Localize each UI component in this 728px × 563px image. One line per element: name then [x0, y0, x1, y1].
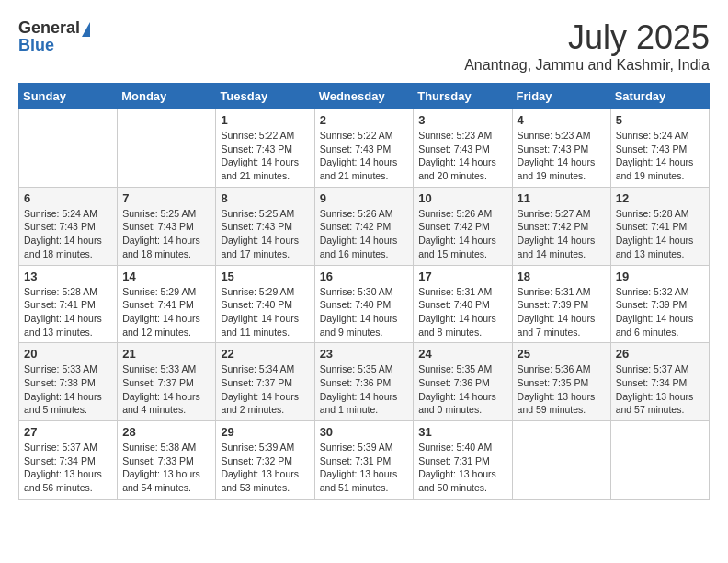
cell-content: Sunset: 7:39 PM: [518, 298, 606, 312]
cell-content: Sunset: 7:32 PM: [221, 454, 309, 468]
location-title: Anantnag, Jammu and Kashmir, India: [464, 57, 710, 74]
day-number: 14: [122, 270, 210, 283]
calendar-table: SundayMondayTuesdayWednesdayThursdayFrid…: [18, 83, 710, 500]
cell-content: Sunrise: 5:26 AM: [418, 207, 506, 221]
calendar-cell: 20Sunrise: 5:33 AMSunset: 7:38 PMDayligh…: [19, 343, 118, 421]
cell-content: Sunrise: 5:39 AM: [221, 441, 309, 454]
cell-content: Sunrise: 5:34 AM: [221, 362, 309, 376]
cell-content: Sunrise: 5:29 AM: [221, 285, 309, 299]
title-block: July 2025 Anantnag, Jammu and Kashmir, I…: [464, 18, 710, 74]
cell-content: Sunset: 7:39 PM: [616, 298, 704, 312]
day-number: 16: [320, 270, 409, 283]
cell-content: Daylight: 14 hours and 12 minutes.: [122, 312, 210, 339]
calendar-cell: [610, 421, 709, 500]
cell-content: Daylight: 14 hours and 21 minutes.: [320, 155, 409, 182]
cell-content: Daylight: 14 hours and 19 minutes.: [616, 155, 704, 182]
cell-content: Daylight: 14 hours and 6 minutes.: [616, 312, 704, 339]
weekday-header-friday: Friday: [512, 84, 610, 109]
cell-content: Daylight: 14 hours and 0 minutes.: [418, 390, 506, 417]
calendar-cell: 13Sunrise: 5:28 AMSunset: 7:41 PMDayligh…: [19, 265, 118, 343]
day-number: 26: [616, 347, 704, 361]
cell-content: Sunrise: 5:35 AM: [418, 362, 506, 376]
cell-content: Sunset: 7:43 PM: [221, 143, 309, 156]
calendar-cell: 31Sunrise: 5:40 AMSunset: 7:31 PMDayligh…: [414, 421, 512, 500]
cell-content: Daylight: 14 hours and 20 minutes.: [418, 155, 506, 182]
cell-content: Daylight: 14 hours and 18 minutes.: [122, 234, 210, 260]
day-number: 28: [122, 425, 210, 439]
cell-content: Sunset: 7:40 PM: [418, 298, 506, 312]
cell-content: Daylight: 14 hours and 13 minutes.: [24, 312, 112, 339]
calendar-cell: 5Sunrise: 5:24 AMSunset: 7:43 PMDaylight…: [610, 109, 709, 188]
cell-content: Sunrise: 5:40 AM: [418, 441, 506, 454]
day-number: 24: [418, 347, 506, 361]
cell-content: Daylight: 14 hours and 21 minutes.: [221, 155, 309, 182]
calendar-cell: 9Sunrise: 5:26 AMSunset: 7:42 PMDaylight…: [314, 187, 414, 265]
cell-content: Sunset: 7:43 PM: [418, 143, 506, 156]
cell-content: Sunset: 7:43 PM: [320, 143, 409, 156]
weekday-header-sunday: Sunday: [19, 84, 118, 109]
cell-content: Daylight: 13 hours and 54 minutes.: [122, 467, 210, 494]
weekday-header-thursday: Thursday: [414, 84, 512, 109]
cell-content: Sunset: 7:36 PM: [418, 376, 506, 390]
cell-content: Daylight: 13 hours and 56 minutes.: [24, 467, 112, 494]
cell-content: Sunset: 7:31 PM: [320, 454, 409, 468]
cell-content: Sunrise: 5:28 AM: [24, 285, 112, 299]
cell-content: Sunrise: 5:37 AM: [24, 441, 112, 454]
cell-content: Sunrise: 5:23 AM: [418, 129, 506, 143]
calendar-cell: 6Sunrise: 5:24 AMSunset: 7:43 PMDaylight…: [19, 187, 118, 265]
cell-content: Sunset: 7:42 PM: [518, 220, 606, 234]
cell-content: Sunrise: 5:22 AM: [221, 129, 309, 143]
week-row-4: 20Sunrise: 5:33 AMSunset: 7:38 PMDayligh…: [19, 343, 710, 421]
calendar-cell: 12Sunrise: 5:28 AMSunset: 7:41 PMDayligh…: [610, 187, 709, 265]
cell-content: Sunrise: 5:24 AM: [24, 207, 112, 221]
month-title: July 2025: [464, 18, 710, 57]
day-number: 5: [616, 113, 704, 127]
cell-content: Sunset: 7:38 PM: [24, 376, 112, 390]
week-row-5: 27Sunrise: 5:37 AMSunset: 7:34 PMDayligh…: [19, 421, 710, 500]
calendar-cell: 18Sunrise: 5:31 AMSunset: 7:39 PMDayligh…: [512, 265, 610, 343]
day-number: 6: [24, 191, 112, 205]
calendar-cell: 1Sunrise: 5:22 AMSunset: 7:43 PMDaylight…: [216, 109, 314, 188]
cell-content: Daylight: 14 hours and 9 minutes.: [320, 312, 409, 339]
cell-content: Daylight: 14 hours and 19 minutes.: [518, 155, 606, 182]
cell-content: Daylight: 13 hours and 59 minutes.: [518, 390, 606, 417]
logo: General Blue: [18, 18, 90, 55]
day-number: 10: [418, 191, 506, 205]
calendar-cell: 28Sunrise: 5:38 AMSunset: 7:33 PMDayligh…: [118, 421, 216, 500]
week-row-2: 6Sunrise: 5:24 AMSunset: 7:43 PMDaylight…: [19, 187, 710, 265]
cell-content: Sunrise: 5:32 AM: [616, 285, 704, 299]
calendar-cell: [118, 109, 216, 188]
day-number: 18: [518, 270, 606, 283]
weekday-header-tuesday: Tuesday: [216, 84, 314, 109]
day-number: 7: [122, 191, 210, 205]
week-row-3: 13Sunrise: 5:28 AMSunset: 7:41 PMDayligh…: [19, 265, 710, 343]
cell-content: Sunset: 7:35 PM: [518, 376, 606, 390]
calendar-cell: 25Sunrise: 5:36 AMSunset: 7:35 PMDayligh…: [512, 343, 610, 421]
calendar-cell: 10Sunrise: 5:26 AMSunset: 7:42 PMDayligh…: [414, 187, 512, 265]
cell-content: Sunrise: 5:31 AM: [518, 285, 606, 299]
calendar-cell: 16Sunrise: 5:30 AMSunset: 7:40 PMDayligh…: [314, 265, 414, 343]
cell-content: Sunrise: 5:33 AM: [24, 362, 112, 376]
day-number: 21: [122, 347, 210, 361]
calendar-cell: 27Sunrise: 5:37 AMSunset: 7:34 PMDayligh…: [19, 421, 118, 500]
day-number: 27: [24, 425, 112, 439]
calendar-cell: 14Sunrise: 5:29 AMSunset: 7:41 PMDayligh…: [118, 265, 216, 343]
cell-content: Sunset: 7:37 PM: [221, 376, 309, 390]
cell-content: Sunset: 7:41 PM: [616, 220, 704, 234]
calendar-cell: 23Sunrise: 5:35 AMSunset: 7:36 PMDayligh…: [314, 343, 414, 421]
day-number: 13: [24, 270, 112, 283]
cell-content: Daylight: 14 hours and 16 minutes.: [320, 234, 409, 260]
day-number: 15: [221, 270, 309, 283]
calendar-cell: 3Sunrise: 5:23 AMSunset: 7:43 PMDaylight…: [414, 109, 512, 188]
cell-content: Sunset: 7:43 PM: [122, 220, 210, 234]
cell-content: Sunset: 7:41 PM: [122, 298, 210, 312]
cell-content: Sunset: 7:36 PM: [320, 376, 409, 390]
cell-content: Sunrise: 5:38 AM: [122, 441, 210, 454]
day-number: 9: [320, 191, 409, 205]
calendar-cell: [19, 109, 118, 188]
cell-content: Daylight: 14 hours and 13 minutes.: [616, 234, 704, 260]
calendar-cell: 15Sunrise: 5:29 AMSunset: 7:40 PMDayligh…: [216, 265, 314, 343]
cell-content: Sunset: 7:34 PM: [616, 376, 704, 390]
cell-content: Sunrise: 5:30 AM: [320, 285, 409, 299]
cell-content: Sunset: 7:43 PM: [518, 143, 606, 156]
